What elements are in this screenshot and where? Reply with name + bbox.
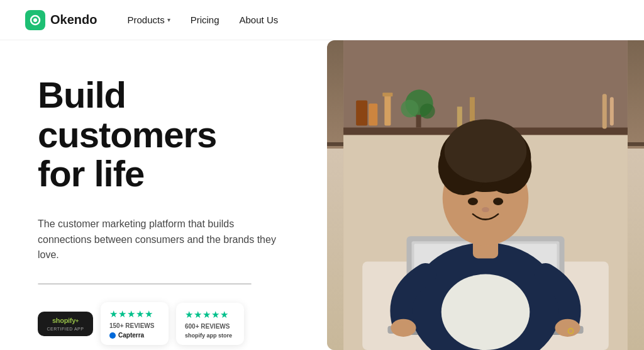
left-panel: Build customers for life The customer ma… <box>0 40 327 350</box>
logo[interactable]: Okendo <box>25 10 97 30</box>
shopify-app-stars: ★★★★★ <box>185 309 229 320</box>
svg-point-12 <box>401 99 418 117</box>
hero-image <box>327 40 644 350</box>
capterra-dot-icon <box>109 332 116 339</box>
capterra-source: Capterra <box>109 332 144 339</box>
products-chevron-icon: ▾ <box>167 16 170 23</box>
svg-rect-9 <box>384 94 391 125</box>
capterra-review-count: 150+ REVIEWS <box>109 322 154 329</box>
svg-point-35 <box>482 207 489 212</box>
svg-point-36 <box>391 319 416 337</box>
shopify-logo-text: shopify+ <box>52 317 79 324</box>
cta-row: Book Demo → <box>38 283 252 285</box>
svg-point-2 <box>33 18 37 22</box>
nav-links: Products ▾ Pricing About Us <box>127 14 278 25</box>
hero-subtitle: The customer marketing platform that bui… <box>38 217 289 263</box>
svg-point-37 <box>555 319 580 337</box>
hero-illustration <box>327 40 644 350</box>
badges-row: shopify+ CERTIFIED APP ★★★★★ 150+ REVIEW… <box>38 302 302 345</box>
certified-label: CERTIFIED APP <box>47 327 84 331</box>
svg-rect-10 <box>382 93 392 96</box>
navbar: Okendo Products ▾ Pricing About Us <box>0 0 644 40</box>
svg-rect-7 <box>356 100 367 125</box>
svg-point-32 <box>445 120 527 183</box>
okendo-logo-icon <box>25 10 45 30</box>
svg-point-34 <box>493 198 503 205</box>
logo-text: Okendo <box>50 13 97 27</box>
nav-about-us[interactable]: About Us <box>240 14 279 25</box>
svg-rect-17 <box>602 94 607 128</box>
shopify-certified-badge: shopify+ CERTIFIED APP <box>38 312 93 336</box>
svg-point-13 <box>420 103 435 118</box>
shopify-app-badge: ★★★★★ 600+ REVIEWS shopify app store <box>176 303 244 345</box>
svg-rect-14 <box>416 115 421 127</box>
svg-rect-15 <box>457 106 462 127</box>
capterra-stars: ★★★★★ <box>109 308 153 320</box>
main-content: Build customers for life The customer ma… <box>0 40 644 350</box>
svg-point-33 <box>468 198 478 205</box>
right-panel <box>327 40 644 350</box>
email-input[interactable] <box>38 283 174 285</box>
nav-products[interactable]: Products ▾ <box>127 14 170 25</box>
shopify-app-review-count: 600+ REVIEWS <box>185 323 230 330</box>
nav-pricing[interactable]: Pricing <box>191 14 219 25</box>
svg-rect-8 <box>369 103 377 125</box>
svg-rect-18 <box>610 97 614 125</box>
capterra-badge: ★★★★★ 150+ REVIEWS Capterra <box>101 302 169 345</box>
hero-title: Build customers for life <box>38 76 302 194</box>
svg-point-26 <box>441 274 530 350</box>
shopify-app-source: shopify app store <box>185 332 232 339</box>
